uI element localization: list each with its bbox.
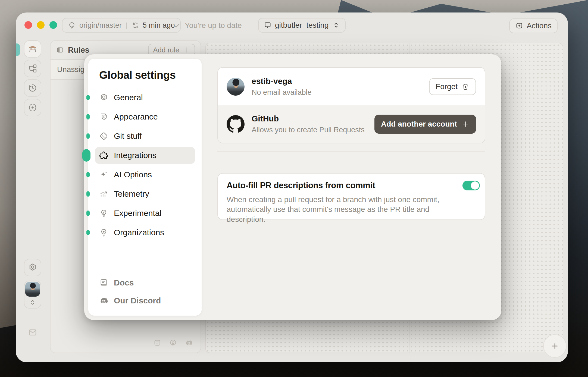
mask-icon bbox=[99, 112, 108, 121]
menu-pip bbox=[86, 211, 90, 216]
remote-branch-icon bbox=[68, 21, 76, 29]
left-icon-rail bbox=[24, 40, 41, 116]
menu-pip bbox=[86, 230, 90, 235]
menu-item-organizations[interactable]: Organizations bbox=[95, 224, 195, 241]
menu-pip bbox=[86, 133, 90, 139]
chevron-updown-icon bbox=[332, 21, 340, 29]
zoom-window-button[interactable] bbox=[49, 21, 57, 29]
account-username: estib-vega bbox=[252, 77, 312, 86]
menu-item-integrations[interactable]: Integrations bbox=[95, 147, 195, 164]
minimize-window-button[interactable] bbox=[37, 21, 45, 29]
chart-icon bbox=[99, 189, 108, 199]
sync-time: 5 min ago bbox=[143, 21, 175, 30]
menu-label: Integrations bbox=[114, 151, 157, 160]
actions-button[interactable]: Actions bbox=[509, 18, 558, 33]
close-window-button[interactable] bbox=[24, 21, 32, 29]
plus-icon bbox=[182, 46, 190, 54]
discord-icon bbox=[99, 296, 108, 305]
bulb-icon bbox=[99, 209, 108, 218]
menu-item-general[interactable]: General bbox=[95, 89, 195, 106]
settings-menu: General Appearance bbox=[88, 89, 202, 241]
pill-divider: | bbox=[125, 21, 128, 30]
traffic-lights bbox=[24, 21, 57, 29]
menu-label: Git stuff bbox=[114, 131, 142, 141]
branch-name: origin/master bbox=[79, 21, 122, 30]
menu-label: Telemetry bbox=[114, 189, 149, 199]
actions-label: Actions bbox=[527, 21, 552, 30]
rules-footer-icons bbox=[51, 333, 201, 353]
git-diamond-icon bbox=[99, 131, 108, 141]
account-email-status: No email available bbox=[252, 88, 312, 97]
menu-pip bbox=[86, 114, 90, 120]
user-avatar bbox=[25, 282, 40, 297]
menu-item-ai-options[interactable]: AI Options bbox=[95, 166, 195, 183]
menu-item-experimental[interactable]: Experimental bbox=[95, 205, 195, 222]
add-rule-label: Add rule bbox=[153, 46, 179, 54]
branch-sync-pill[interactable]: origin/master | 5 min ago bbox=[62, 18, 181, 33]
settings-nav-footer: Docs Our Discord bbox=[95, 275, 195, 309]
menu-item-appearance[interactable]: Appearance bbox=[95, 108, 195, 125]
branches-icon bbox=[28, 64, 37, 73]
computer-icon bbox=[264, 21, 272, 29]
chevron-updown-icon bbox=[29, 298, 37, 306]
discord-link[interactable]: Our Discord bbox=[95, 293, 195, 309]
forget-label: Forget bbox=[436, 82, 458, 91]
history-clock-icon bbox=[28, 83, 37, 93]
plus-icon bbox=[461, 120, 470, 128]
branches-button[interactable] bbox=[24, 60, 41, 77]
feedback-mail-button[interactable] bbox=[24, 324, 41, 341]
menu-label: AI Options bbox=[114, 170, 152, 179]
puzzle-icon bbox=[99, 151, 108, 160]
menu-pip bbox=[86, 95, 90, 100]
autofill-title: Auto-fill PR descriptions from commit bbox=[227, 181, 375, 190]
forget-account-button[interactable]: Forget bbox=[429, 78, 476, 95]
add-account-button[interactable]: Add another account bbox=[374, 115, 476, 134]
global-settings-modal: Global settings General bbox=[84, 54, 501, 320]
settings-button[interactable] bbox=[24, 259, 41, 276]
workspace-button[interactable] bbox=[24, 40, 41, 58]
butler-sparkle-icon bbox=[28, 103, 37, 112]
github-service-description: Allows you to create Pull Requests bbox=[252, 126, 365, 134]
plus-icon bbox=[551, 342, 559, 350]
menu-item-telemetry[interactable]: Telemetry bbox=[95, 185, 195, 203]
account-avatar bbox=[227, 78, 245, 96]
hex-gear-icon bbox=[28, 263, 37, 272]
toggle-knob bbox=[471, 181, 479, 190]
open-source-icon[interactable] bbox=[169, 339, 177, 347]
user-switcher[interactable] bbox=[24, 281, 41, 309]
history-button[interactable] bbox=[24, 79, 41, 97]
settings-nav-panel: Global settings General bbox=[88, 59, 202, 316]
workbench-icon bbox=[28, 44, 37, 54]
github-account-row: estib-vega No email available Forget bbox=[218, 68, 485, 105]
project-selector[interactable]: gitbutler_testing bbox=[258, 18, 346, 33]
sparkle-icon bbox=[99, 170, 108, 179]
edge-branch-notch bbox=[16, 43, 20, 56]
mail-icon bbox=[28, 328, 37, 337]
menu-label: Experimental bbox=[114, 209, 161, 218]
check-icon bbox=[173, 21, 181, 30]
menu-pip bbox=[86, 191, 90, 197]
github-service-title: GitHub bbox=[252, 114, 365, 123]
autofill-description: When creating a pull request for a branc… bbox=[227, 195, 466, 224]
menu-label: Appearance bbox=[114, 112, 158, 121]
autofill-toggle[interactable] bbox=[462, 181, 480, 190]
docs-link[interactable]: Docs bbox=[95, 275, 195, 291]
sync-icon bbox=[131, 21, 139, 29]
app-window: origin/master | 5 min ago You're up to d… bbox=[16, 12, 568, 362]
left-rail-bottom bbox=[24, 259, 41, 341]
github-service-row: GitHub Allows you to create Pull Request… bbox=[218, 105, 485, 143]
menu-pip bbox=[86, 172, 90, 177]
butler-actions-button[interactable] bbox=[24, 99, 41, 116]
footer-label: Docs bbox=[114, 278, 134, 287]
menu-pip-selected bbox=[82, 149, 90, 162]
bulb-icon bbox=[99, 228, 108, 237]
add-account-label: Add another account bbox=[381, 120, 457, 128]
discord-icon[interactable] bbox=[185, 339, 193, 347]
rules-title: Rules bbox=[68, 46, 89, 55]
trash-icon bbox=[461, 83, 470, 91]
changelog-note-icon[interactable] bbox=[153, 339, 161, 347]
footer-label: Our Discord bbox=[114, 296, 161, 305]
add-lane-button[interactable] bbox=[543, 334, 567, 358]
menu-item-git-stuff[interactable]: Git stuff bbox=[95, 127, 195, 145]
actions-sparkle-icon bbox=[515, 22, 523, 30]
